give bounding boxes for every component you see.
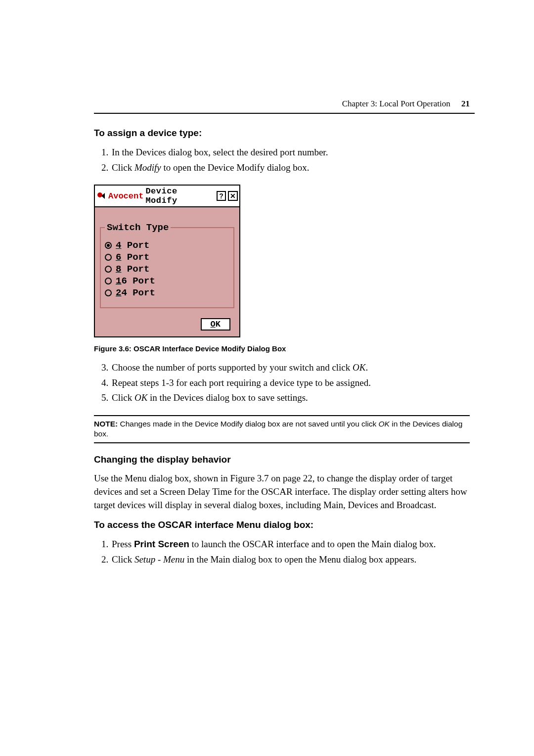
list-item: Click OK in the Devices dialog box to sa… — [111, 391, 470, 405]
radio-label: 24 Port — [116, 287, 155, 298]
section-title-assign: To assign a device type: — [94, 128, 470, 139]
radio-label: 8 Port — [116, 264, 149, 275]
radio-icon — [105, 289, 112, 296]
section-title-access: To access the OSCAR interface Menu dialo… — [94, 520, 470, 530]
list-item: In the Devices dialog box, select the de… — [111, 145, 470, 160]
help-button[interactable]: ? — [217, 191, 226, 201]
dialog-title-bar: Avocent Device Modify ? ✕ — [95, 186, 239, 207]
access-steps-list: Press Print Screen to launch the OSCAR i… — [94, 537, 470, 567]
switch-type-group: Switch Type 4 Port 6 Port 8 Port — [100, 222, 234, 308]
chapter-label: Chapter 3: Local Port Operation — [342, 99, 450, 108]
assign-steps-list: In the Devices dialog box, select the de… — [94, 145, 470, 175]
note-label: NOTE: — [94, 420, 118, 428]
header-rule — [94, 113, 475, 114]
radio-6-port[interactable]: 6 Port — [105, 252, 229, 263]
changing-paragraph: Use the Menu dialog box, shown in Figure… — [94, 472, 470, 512]
radio-icon — [105, 266, 112, 273]
page-number: 21 — [461, 99, 470, 108]
assign-steps-list-2: Choose the number of ports supported by … — [94, 361, 470, 405]
radio-8-port[interactable]: 8 Port — [105, 264, 229, 275]
section-title-changing: Changing the display behavior — [94, 454, 470, 465]
avocent-logo-icon — [96, 191, 106, 201]
note-box: NOTE: Changes made in the Device Modify … — [94, 415, 470, 444]
radio-icon — [105, 242, 112, 249]
page-content: To assign a device type: In the Devices … — [94, 128, 470, 567]
device-modify-dialog: Avocent Device Modify ? ✕ Switch Type 4 … — [94, 185, 240, 337]
page-header: Chapter 3: Local Port Operation 21 — [94, 99, 475, 109]
list-item: Click Modify to open the Device Modify d… — [111, 161, 470, 175]
dialog-title: Device Modify — [145, 187, 212, 205]
radio-4-port[interactable]: 4 Port — [105, 240, 229, 251]
switch-type-legend: Switch Type — [105, 222, 171, 233]
ok-button[interactable]: OK — [201, 318, 230, 331]
radio-label: 16 Port — [116, 276, 155, 286]
close-button[interactable]: ✕ — [228, 191, 238, 201]
radio-label: 6 Port — [116, 252, 149, 263]
radio-label: 4 Port — [116, 240, 149, 251]
list-item: Choose the number of ports supported by … — [111, 361, 470, 375]
list-item: Repeat steps 1-3 for each port requiring… — [111, 376, 470, 390]
radio-icon — [105, 254, 112, 261]
list-item: Press Print Screen to launch the OSCAR i… — [111, 537, 470, 552]
radio-icon — [105, 278, 112, 284]
brand-text: Avocent — [108, 191, 143, 201]
svg-point-1 — [97, 192, 102, 197]
radio-24-port[interactable]: 24 Port — [105, 287, 229, 298]
list-item: Click Setup - Menu in the Main dialog bo… — [111, 553, 470, 567]
radio-16-port[interactable]: 16 Port — [105, 276, 229, 286]
figure-caption: Figure 3.6: OSCAR Interface Device Modif… — [94, 344, 470, 353]
